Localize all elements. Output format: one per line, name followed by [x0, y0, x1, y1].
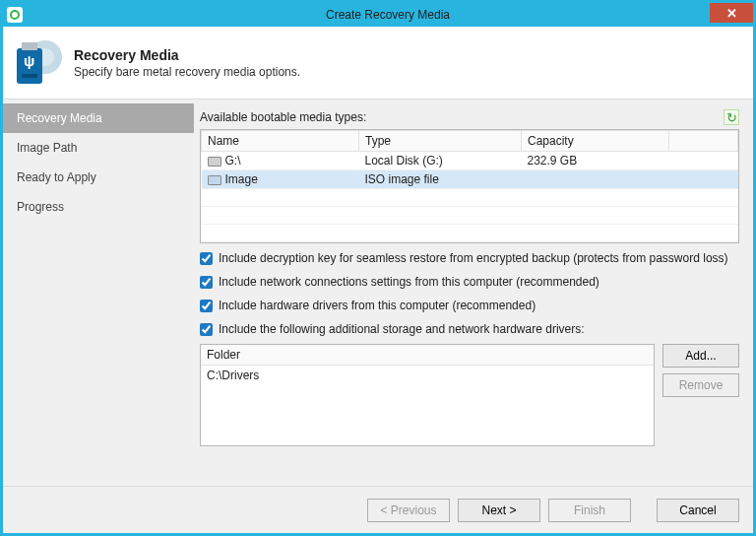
window-title: Create Recovery Media: [23, 8, 753, 22]
remove-button[interactable]: Remove: [662, 373, 739, 397]
checkbox-input[interactable]: [200, 300, 213, 312]
table-row: [202, 189, 738, 207]
checkbox-network-settings[interactable]: Include network connections settings fro…: [200, 275, 739, 289]
wizard-header: ψ Recovery Media Specify bare metal reco…: [3, 27, 753, 100]
wizard-footer: < Previous Next > Finish Cancel: [3, 486, 753, 533]
checkbox-input[interactable]: [200, 323, 213, 336]
table-row[interactable]: Image ISO image file: [202, 170, 738, 189]
step-recovery-media[interactable]: Recovery Media: [3, 103, 194, 133]
table-row: [202, 225, 738, 242]
cancel-button[interactable]: Cancel: [657, 499, 739, 522]
media-grid[interactable]: Name Type Capacity G:\ Local Disk (G:) 2…: [200, 129, 739, 243]
col-spacer: [669, 131, 738, 152]
step-image-path[interactable]: Image Path: [3, 133, 194, 163]
checkbox-decryption-key[interactable]: Include decryption key for seamless rest…: [200, 251, 739, 265]
step-progress[interactable]: Progress: [3, 192, 194, 222]
page-subtitle: Specify bare metal recovery media option…: [74, 65, 300, 79]
next-button[interactable]: Next >: [458, 499, 540, 522]
col-name[interactable]: Name: [202, 131, 359, 152]
close-button[interactable]: ✕: [710, 3, 753, 23]
available-media-label: Available bootable media types:: [200, 110, 366, 124]
iso-icon: [208, 175, 221, 185]
table-row[interactable]: G:\ Local Disk (G:) 232.9 GB: [202, 152, 738, 170]
col-folder[interactable]: Folder: [201, 345, 654, 366]
checkbox-hardware-drivers[interactable]: Include hardware drivers from this compu…: [200, 299, 739, 312]
wizard-steps: Recovery Media Image Path Ready to Apply…: [3, 100, 194, 486]
checkbox-input[interactable]: [200, 252, 213, 265]
drivers-folder-grid[interactable]: Folder C:\Drivers: [200, 344, 655, 446]
disk-icon: [208, 157, 221, 167]
step-ready-to-apply[interactable]: Ready to Apply: [3, 163, 194, 192]
previous-button[interactable]: < Previous: [367, 499, 450, 522]
app-icon: [7, 7, 23, 23]
col-capacity[interactable]: Capacity: [522, 131, 669, 152]
refresh-icon[interactable]: ↻: [724, 109, 739, 125]
main-pane: Available bootable media types: ↻ Name T…: [194, 100, 753, 486]
checkbox-input[interactable]: [200, 276, 213, 289]
window-chrome: Create Recovery Media ✕ ψ Recovery Media…: [0, 0, 756, 536]
page-title: Recovery Media: [74, 47, 300, 63]
col-type[interactable]: Type: [359, 131, 522, 152]
table-row: [202, 207, 738, 225]
finish-button[interactable]: Finish: [548, 499, 631, 522]
title-bar: Create Recovery Media ✕: [3, 3, 753, 27]
list-item[interactable]: C:\Drivers: [201, 366, 654, 385]
checkbox-additional-drivers[interactable]: Include the following additional storage…: [200, 322, 739, 336]
recovery-media-icon: ψ: [17, 40, 62, 86]
add-button[interactable]: Add...: [662, 344, 739, 368]
